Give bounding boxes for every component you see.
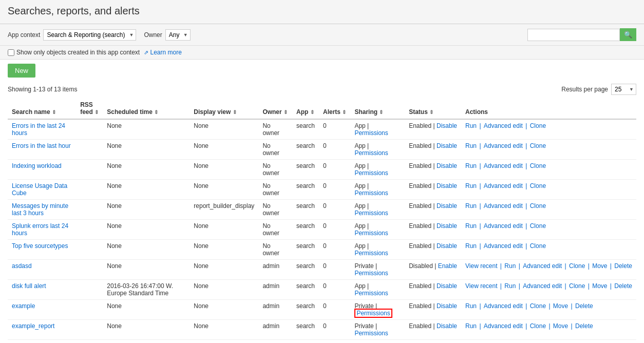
status-action-link[interactable]: Disable <box>437 222 457 230</box>
action-link-advanced-edit[interactable]: Advanced edit <box>484 322 523 330</box>
app-cell: search <box>292 320 319 340</box>
app-cell: search <box>292 119 319 140</box>
status-action-link[interactable]: Disable <box>437 122 457 129</box>
search-input[interactable] <box>527 29 620 41</box>
status-action-link[interactable]: Enable <box>438 262 457 270</box>
action-link-delete[interactable]: Delete <box>575 322 593 330</box>
search-name-link[interactable]: Indexing workload <box>12 162 62 169</box>
learn-more-link[interactable]: ⇗ Learn more <box>144 49 182 56</box>
action-link-view-recent[interactable]: View recent <box>465 282 497 290</box>
permissions-link[interactable]: Permissions <box>354 189 388 197</box>
owner-select[interactable]: Any <box>165 29 191 41</box>
table-row: Messages by minute last 3 hoursNonerepor… <box>8 200 636 220</box>
action-link-run[interactable]: Run <box>465 322 477 330</box>
status-action-link[interactable]: Disable <box>437 322 457 330</box>
search-name-link[interactable]: Errors in the last hour <box>12 142 71 149</box>
action-link-advanced-edit[interactable]: Advanced edit <box>484 142 523 149</box>
permissions-link[interactable]: Permissions <box>354 270 388 277</box>
action-link-run[interactable]: Run <box>465 302 477 310</box>
action-link-delete[interactable]: Delete <box>614 282 632 290</box>
search-name-link[interactable]: asdasd <box>12 262 32 270</box>
action-link-advanced-edit[interactable]: Advanced edit <box>484 202 523 209</box>
action-link-clone[interactable]: Clone <box>530 162 546 169</box>
status-action-link[interactable]: Disable <box>437 182 457 189</box>
display-view-cell: None <box>190 160 258 180</box>
action-separator: | <box>608 262 613 270</box>
action-separator: | <box>563 262 568 270</box>
permissions-link[interactable]: Permissions <box>354 309 392 318</box>
new-button[interactable]: New <box>8 64 35 78</box>
app-cell: search <box>292 280 319 300</box>
permissions-link[interactable]: Permissions <box>354 169 388 177</box>
action-separator: | <box>478 122 483 129</box>
permissions-link[interactable]: Permissions <box>354 129 388 137</box>
status-action-link[interactable]: Disable <box>437 302 457 310</box>
status-action-link[interactable]: Disable <box>437 282 457 290</box>
action-link-run[interactable]: Run <box>465 142 477 149</box>
action-link-advanced-edit[interactable]: Advanced edit <box>484 222 523 230</box>
permissions-link[interactable]: Permissions <box>354 230 388 237</box>
filter-checkbox[interactable] <box>8 49 14 56</box>
status-action-link[interactable]: Disable <box>437 162 457 169</box>
action-link-advanced-edit[interactable]: Advanced edit <box>484 122 523 129</box>
action-link-move[interactable]: Move <box>553 302 568 310</box>
action-link-run[interactable]: Run <box>465 242 477 250</box>
action-link-run[interactable]: Run <box>465 202 477 209</box>
search-name-link[interactable]: Splunk errors last 24 hours <box>12 222 68 237</box>
search-button[interactable]: 🔍 <box>620 28 636 41</box>
action-link-clone[interactable]: Clone <box>530 142 546 149</box>
action-link-clone[interactable]: Clone <box>530 322 546 330</box>
action-link-advanced-edit[interactable]: Advanced edit <box>484 162 523 169</box>
actions-cell: Run | Advanced edit | Clone | Move | Del… <box>461 320 636 340</box>
search-name-link[interactable]: example_report <box>12 322 54 330</box>
search-name-link[interactable]: Messages by minute last 3 hours <box>12 202 68 217</box>
permissions-link[interactable]: Permissions <box>354 250 388 257</box>
action-link-run[interactable]: Run <box>465 122 477 129</box>
action-link-advanced-edit[interactable]: Advanced edit <box>523 282 562 290</box>
app-context-select[interactable]: Search & Reporting (search) <box>43 29 136 41</box>
search-name-link[interactable]: Top five sourcetypes <box>12 242 68 250</box>
action-link-run[interactable]: Run <box>504 282 516 290</box>
action-link-run[interactable]: Run <box>465 162 477 169</box>
scheduled-time-cell: None <box>103 320 190 340</box>
action-link-clone[interactable]: Clone <box>530 122 546 129</box>
permissions-link[interactable]: Permissions <box>354 290 388 297</box>
status-action-link[interactable]: Disable <box>437 202 457 209</box>
search-name-link[interactable]: disk full alert <box>12 282 46 290</box>
action-link-run[interactable]: Run <box>465 222 477 230</box>
action-link-clone[interactable]: Clone <box>530 222 546 230</box>
action-link-delete[interactable]: Delete <box>575 302 593 310</box>
scheduled-time-cell: None <box>103 220 190 240</box>
action-separator: | <box>524 302 529 310</box>
action-link-advanced-edit[interactable]: Advanced edit <box>484 302 523 310</box>
action-link-run[interactable]: Run <box>465 182 477 189</box>
action-link-move[interactable]: Move <box>553 322 568 330</box>
permissions-link[interactable]: Permissions <box>354 330 388 337</box>
permissions-link[interactable]: Permissions <box>354 209 388 217</box>
action-link-move[interactable]: Move <box>592 262 607 270</box>
display-view-cell: None <box>190 119 258 140</box>
action-link-delete[interactable]: Delete <box>614 262 632 270</box>
status-action-link[interactable]: Disable <box>437 142 457 149</box>
action-link-advanced-edit[interactable]: Advanced edit <box>523 262 562 270</box>
searches-table: Search name ⇕ RSSfeed ⇕ Scheduled time ⇕… <box>8 98 636 343</box>
search-name-link[interactable]: License Usage Data Cube <box>12 182 67 197</box>
action-link-run[interactable]: Run <box>504 262 516 270</box>
action-link-view-recent[interactable]: View recent <box>465 262 497 270</box>
action-link-clone[interactable]: Clone <box>569 282 585 290</box>
action-link-clone[interactable]: Clone <box>530 242 546 250</box>
action-separator: | <box>524 142 529 149</box>
status-action-link[interactable]: Disable <box>437 242 457 250</box>
action-link-advanced-edit[interactable]: Advanced edit <box>484 182 523 189</box>
search-name-link[interactable]: Errors in the last 24 hours <box>12 122 65 137</box>
action-link-clone[interactable]: Clone <box>530 302 546 310</box>
action-link-clone[interactable]: Clone <box>569 262 585 270</box>
action-link-clone[interactable]: Clone <box>530 202 546 209</box>
action-link-advanced-edit[interactable]: Advanced edit <box>484 242 523 250</box>
action-link-clone[interactable]: Clone <box>530 182 546 189</box>
permissions-link[interactable]: Permissions <box>354 149 388 157</box>
action-link-move[interactable]: Move <box>592 282 607 290</box>
rss-feed-cell <box>76 320 103 340</box>
search-name-link[interactable]: example <box>12 302 35 310</box>
results-per-page-select[interactable]: 25 50 100 <box>611 84 636 95</box>
